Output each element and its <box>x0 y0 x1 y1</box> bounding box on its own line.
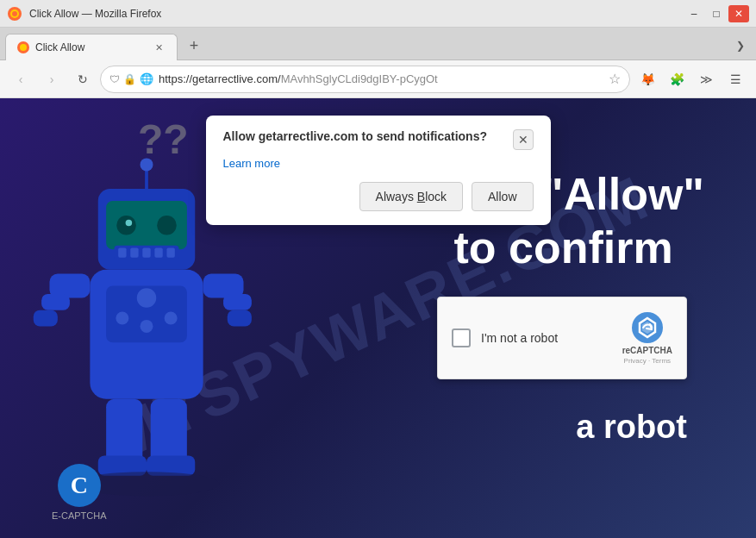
captcha-label: I'm not a robot <box>481 331 558 345</box>
minimize-button[interactable]: – <box>684 5 704 22</box>
svg-point-10 <box>126 220 133 227</box>
always-block-button[interactable]: Always Block <box>359 182 463 211</box>
svg-rect-28 <box>223 294 252 310</box>
svg-rect-13 <box>130 247 138 257</box>
svg-point-21 <box>116 312 128 325</box>
new-tab-button[interactable]: + <box>181 34 207 58</box>
extensions-overflow-button[interactable]: ≫ <box>692 66 720 93</box>
svg-rect-30 <box>106 399 142 464</box>
globe-icon: 🌐 <box>140 72 153 85</box>
captcha-left: I'm not a robot <box>452 328 558 347</box>
svg-rect-26 <box>34 310 58 327</box>
url-domain: https://getarrectlive.com/ <box>159 72 281 85</box>
popup-buttons: Always Block Allow <box>223 182 534 211</box>
address-bar[interactable]: 🛡 🔒 🌐 https://getarrectlive.com/MAvhhSgl… <box>100 66 630 93</box>
reload-button[interactable]: ↻ <box>69 66 97 93</box>
close-button[interactable]: ✕ <box>728 5 749 22</box>
active-tab[interactable]: Click Allow ✕ <box>5 34 178 60</box>
svg-point-22 <box>141 320 153 333</box>
tabbar-right: ❯ <box>730 35 751 59</box>
popup-close-button[interactable]: ✕ <box>513 129 534 150</box>
bottom-text: a robot <box>576 409 687 446</box>
learn-more-link[interactable]: Learn more <box>223 157 534 170</box>
extensions-button[interactable]: 🧩 <box>663 66 690 93</box>
svg-rect-15 <box>154 247 162 257</box>
navbar: ‹ › ↻ 🛡 🔒 🌐 https://getarrectlive.com/MA… <box>0 60 756 98</box>
svg-rect-14 <box>142 247 150 257</box>
tab-overflow-button[interactable]: ❯ <box>730 35 751 56</box>
tab-favicon <box>16 41 30 54</box>
firefox-account-button[interactable]: 🦊 <box>634 66 661 93</box>
popup-title: Allow getarrectlive.com to send notifica… <box>223 129 513 143</box>
captcha-right: reCAPTCHA Privacy · Terms <box>622 311 672 365</box>
svg-point-20 <box>137 288 157 308</box>
navbar-right: 🦊 🧩 ≫ ☰ <box>634 66 749 93</box>
window-title: Click Allow — Mozilla Firefox <box>29 8 161 20</box>
menu-button[interactable]: ☰ <box>722 66 749 93</box>
titlebar-controls: – □ ✕ <box>684 5 749 22</box>
svg-rect-16 <box>166 247 174 257</box>
click-allow-line2: to confirm <box>422 221 704 274</box>
popup-header: Allow getarrectlive.com to send notifica… <box>223 129 534 150</box>
back-button[interactable]: ‹ <box>7 66 34 93</box>
tabbar: Click Allow ✕ + ❯ <box>0 28 756 60</box>
ecaptcha-icon: C <box>58 464 101 507</box>
lock-icon: 🔒 <box>123 73 136 85</box>
page-content: MYSPYWARE.COM <box>0 98 756 538</box>
svg-rect-25 <box>41 294 70 310</box>
question-marks: ?? <box>138 116 189 163</box>
notification-popup: Allow getarrectlive.com to send notifica… <box>206 116 551 225</box>
always-block-label: Always Block <box>376 190 447 203</box>
firefox-logo <box>7 6 22 22</box>
titlebar-left: Click Allow — Mozilla Firefox <box>7 6 161 22</box>
svg-rect-29 <box>228 310 252 327</box>
svg-point-23 <box>165 312 178 325</box>
ecaptcha-logo: C E-CAPTCHA <box>52 464 107 521</box>
captcha-checkbox[interactable] <box>452 328 471 347</box>
svg-point-8 <box>116 216 136 235</box>
allow-button[interactable]: Allow <box>472 182 533 211</box>
svg-point-4 <box>20 44 27 51</box>
svg-rect-31 <box>151 399 187 464</box>
svg-point-9 <box>157 216 177 235</box>
recaptcha-logo <box>631 311 664 344</box>
maximize-button[interactable]: □ <box>706 5 727 22</box>
captcha-widget: I'm not a robot reCAPTCHA Privacy · Term… <box>437 297 687 379</box>
ecaptcha-text: E-CAPTCHA <box>52 510 107 521</box>
tab-close-button[interactable]: ✕ <box>151 40 166 55</box>
bookmark-button[interactable]: ☆ <box>609 71 621 87</box>
tab-label: Click Allow <box>35 41 146 53</box>
url-path: MAvhhSglyCLdi9dgIBY-pCygOt <box>281 72 438 85</box>
svg-rect-12 <box>118 247 126 257</box>
address-icons: 🛡 🔒 🌐 <box>109 72 153 85</box>
svg-point-2 <box>12 11 17 16</box>
forward-button[interactable]: › <box>38 66 66 93</box>
url-text: https://getarrectlive.com/MAvhhSglyCLdi9… <box>159 72 603 85</box>
recaptcha-brand: reCAPTCHA <box>622 346 672 355</box>
titlebar: Click Allow — Mozilla Firefox – □ ✕ <box>0 0 756 28</box>
recaptcha-links: Privacy · Terms <box>624 357 672 365</box>
shield-icon: 🛡 <box>109 73 120 85</box>
